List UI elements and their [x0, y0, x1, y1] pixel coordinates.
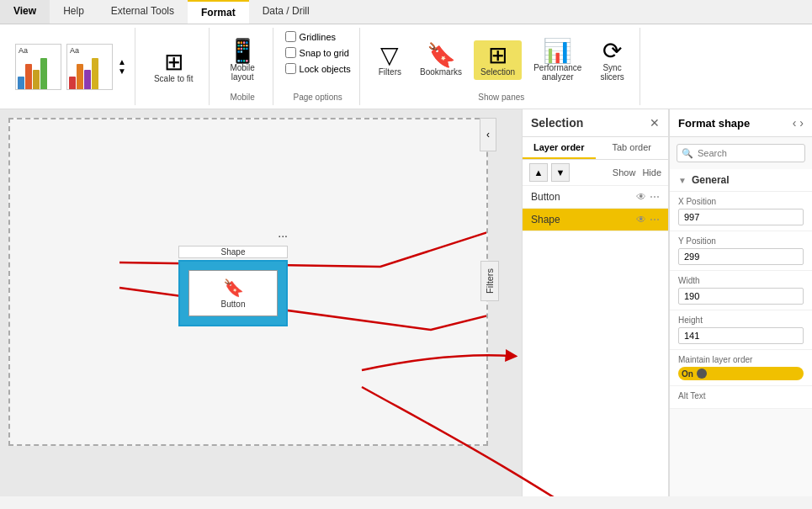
button-inner: 🔖 Button	[188, 270, 278, 316]
general-label: General	[692, 174, 730, 186]
theme-2[interactable]: Aa	[66, 44, 113, 90]
page-options-label: Page options	[293, 89, 342, 102]
scale-to-fit-btn[interactable]: ⊞ Scale to fit	[147, 47, 200, 87]
eye-icon-2: 👁	[636, 214, 646, 225]
bar4	[40, 58, 47, 90]
snap-check[interactable]	[285, 47, 296, 58]
filters-btn[interactable]: ▽ Filters	[372, 40, 408, 80]
sel-list: Button 👁 ⋯ Shape 👁 ⋯	[523, 186, 668, 496]
shape-dots[interactable]: ···	[278, 229, 288, 242]
general-section: ▼ General	[670, 169, 812, 192]
gridlines-check[interactable]	[285, 31, 296, 42]
filters-label: Filters	[379, 67, 401, 77]
dots-icon-2[interactable]: ⋯	[650, 214, 660, 225]
show-hide-labels: Show Hide	[613, 167, 661, 178]
general-section-header[interactable]: ▼ General	[670, 169, 812, 192]
sel-toolbar: ▲ ▼ Show Hide	[523, 160, 668, 186]
selection-panel: Selection ✕ Layer order Tab order ▲ ▼ Sh…	[522, 109, 669, 496]
tab-format[interactable]: Format	[188, 0, 249, 24]
maintain-layer-order-field: Maintain layer order On	[670, 350, 812, 386]
themes-group: Aa Aa	[7, 28, 135, 105]
height-field: Height	[670, 310, 812, 350]
page-options-group: Gridlines Snap to grid Lock objects Page…	[277, 28, 360, 105]
sel-item-shape-name: Shape	[531, 214, 560, 225]
y-position-label: Y Position	[678, 236, 804, 246]
theme-1[interactable]: Aa	[15, 44, 61, 90]
format-next-btn[interactable]: ›	[799, 116, 804, 130]
bookmarks-btn[interactable]: 🔖 Bookmarks	[413, 40, 469, 80]
sel-item-shape[interactable]: Shape 👁 ⋯	[523, 209, 668, 231]
sel-item-shape-icons: 👁 ⋯	[636, 214, 660, 225]
tab-layer-order[interactable]: Layer order	[523, 137, 596, 159]
lock-label: Lock objects	[300, 64, 351, 74]
shape-label: Shape	[178, 246, 288, 258]
move-down-btn[interactable]: ▼	[551, 163, 570, 182]
collapse-icon: ‹	[486, 129, 490, 141]
sel-item-button-icons: 👁 ⋯	[636, 191, 660, 203]
scale-group: ⊞ Scale to fit	[139, 28, 210, 105]
tab-tab-order[interactable]: Tab order	[596, 137, 669, 159]
tab-help[interactable]: Help	[50, 0, 98, 24]
maintain-layer-toggle[interactable]: On	[678, 367, 804, 380]
sync-slicers-btn[interactable]: ⟳ Syncslicers	[593, 36, 630, 85]
mobile-layout-btn[interactable]: 📱 Mobilelayout	[221, 36, 264, 85]
dots-icon[interactable]: ⋯	[650, 191, 660, 203]
alt-text-label: Alt Text	[678, 391, 804, 400]
selection-tabs: Layer order Tab order	[523, 137, 668, 160]
mobile-group: 📱 Mobilelayout Mobile	[213, 28, 273, 105]
selection-panel-header: Selection ✕	[523, 109, 668, 137]
snap-to-grid-checkbox[interactable]: Snap to grid	[285, 47, 349, 58]
mobile-icon: 📱	[228, 40, 257, 63]
selection-label: Selection	[480, 67, 515, 77]
y-position-field: Y Position	[670, 231, 812, 271]
bar3	[84, 70, 91, 90]
chevron-down-icon: ▼	[678, 176, 687, 185]
show-panes-group: ▽ Filters 🔖 Bookmarks ⊞ Selection 📊 Perf…	[364, 28, 640, 105]
sel-item-button-name: Button	[531, 191, 560, 203]
theme-1-label: Aa	[16, 45, 61, 56]
scale-label: Scale to fit	[154, 74, 194, 83]
format-scroll-area: ▼ General X Position Y Position Width	[670, 169, 812, 496]
format-nav-btns: ‹ ›	[793, 116, 804, 130]
show-panes-label: Show panes	[478, 89, 524, 102]
scale-icon: ⊞	[164, 50, 183, 74]
selection-panel-title: Selection	[531, 116, 583, 130]
tab-view[interactable]: View	[0, 0, 50, 24]
alt-text-field: Alt Text	[670, 386, 812, 409]
y-position-input[interactable]	[678, 248, 804, 265]
shape-container: ··· Shape 🔖 Button	[178, 246, 288, 326]
lock-check[interactable]	[285, 63, 296, 74]
x-position-input[interactable]	[678, 209, 804, 225]
sync-label: Syncslicers	[600, 63, 624, 82]
shape-box[interactable]: 🔖 Button	[178, 260, 288, 326]
height-input[interactable]	[678, 327, 804, 344]
move-up-btn[interactable]: ▲	[529, 163, 548, 182]
format-search-input[interactable]	[677, 144, 805, 162]
theme-scroll[interactable]: ▲ ▼	[118, 57, 126, 76]
selection-close-btn[interactable]: ✕	[650, 116, 660, 130]
width-input[interactable]	[678, 288, 804, 305]
tab-external-tools[interactable]: External Tools	[98, 0, 188, 24]
lock-objects-checkbox[interactable]: Lock objects	[285, 63, 351, 74]
gridlines-checkbox[interactable]: Gridlines	[285, 31, 336, 42]
width-field: Width	[670, 271, 812, 310]
format-prev-btn[interactable]: ‹	[793, 116, 797, 130]
button-inner-label: Button	[221, 300, 246, 309]
gridlines-label: Gridlines	[300, 32, 336, 42]
bookmarks-label: Bookmarks	[420, 67, 462, 77]
collapse-btn[interactable]: ‹	[480, 118, 496, 151]
format-panel: Format shape ‹ › 🔍 ▼ General X Position	[669, 109, 812, 496]
selection-icon: ⊞	[488, 44, 507, 67]
mobile-group-label: Mobile	[230, 89, 254, 102]
filters-sidebar-tab[interactable]: Filters	[480, 261, 499, 301]
height-label: Height	[678, 315, 804, 325]
canvas-area: ··· Shape 🔖 Button	[0, 109, 522, 496]
performance-btn[interactable]: 📊 Performanceanalyzer	[527, 36, 588, 85]
selection-btn[interactable]: ⊞ Selection	[474, 40, 522, 80]
tab-data-drill[interactable]: Data / Drill	[249, 0, 323, 24]
bookmarks-icon: 🔖	[427, 44, 456, 67]
filters-icon: ▽	[380, 44, 399, 67]
mobile-label: Mobilelayout	[230, 63, 254, 82]
sel-item-button[interactable]: Button 👁 ⋯	[523, 186, 668, 209]
bar2	[25, 64, 32, 90]
